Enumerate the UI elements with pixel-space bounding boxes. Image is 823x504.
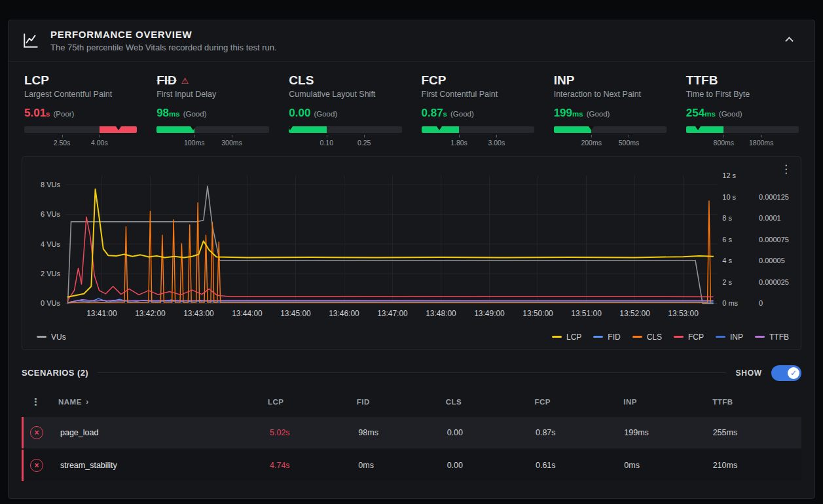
column-header-ttfb[interactable]: TTFB <box>712 398 801 406</box>
vital-head: CLS ⚠ <box>289 73 401 88</box>
legend-swatch <box>674 336 684 338</box>
chart-menu-button[interactable]: ⋮ <box>777 161 796 177</box>
y-axis-label-cls: 0.00005 <box>759 257 785 264</box>
scenario-lcp-value: 5.02s <box>270 428 358 437</box>
gauge-value-marker <box>289 126 293 130</box>
scenario-lcp-value: 4.74s <box>270 461 358 470</box>
threshold-label-2: 0.25 <box>357 139 371 147</box>
y-axis-label-seconds: 10 s <box>722 193 736 201</box>
gauge-zone-needs-improvement <box>194 126 232 133</box>
y-axis-label-seconds: 0 ms <box>722 299 738 307</box>
column-header-cls[interactable]: CLS <box>446 398 535 406</box>
column-header-inp[interactable]: INP <box>623 398 712 406</box>
vital-abbr: CLS <box>289 73 314 88</box>
vital-name: Time to First Byte <box>686 90 799 99</box>
scenario-fcp-value: 0.61s <box>536 461 624 470</box>
threshold-tick-2 <box>761 135 762 137</box>
legend-item-inp[interactable]: INP <box>716 333 743 342</box>
vital-head: FID ⚠ <box>156 73 269 88</box>
scenario-inp-value: 0ms <box>624 461 712 470</box>
gauge-zone-needs-improvement <box>591 126 629 133</box>
legend-item-fid[interactable]: FID <box>593 333 620 342</box>
vital-head: INP ⚠ <box>554 73 667 88</box>
threshold-label-1: 100ms <box>184 139 205 147</box>
scenario-inp-value: 199ms <box>624 428 712 437</box>
scenario-ttfb-value: 255ms <box>713 428 801 437</box>
legend-left: VUs <box>34 331 66 342</box>
vital-abbr: FCP <box>422 73 447 88</box>
header-menu-cell: ⋮ <box>22 396 58 408</box>
scenario-row[interactable]: × stream_stability 4.74s 0ms 0.00 0.61s … <box>22 450 801 481</box>
vital-value-row: 0.00 (Good) <box>289 107 401 120</box>
y-axis-label-vus: 0 VUs <box>41 299 60 307</box>
scenario-fid-value: 0ms <box>358 461 447 470</box>
scenario-row[interactable]: × page_load 5.02s 98ms 0.00 0.87s 199ms … <box>22 417 801 448</box>
vital-card: LCP ⚠ Largest Contentful Paint 5.01 s (P… <box>24 73 137 153</box>
gauge-zone-poor <box>232 126 269 133</box>
kebab-menu-icon[interactable]: ⋮ <box>31 396 41 407</box>
y-axis-label-cls: 0.000075 <box>759 236 789 243</box>
legend-swatch <box>755 336 765 338</box>
x-axis-label: 13:43:00 <box>183 309 214 318</box>
vital-card: FID ⚠ First Input Delay 98 ms (Good) 100… <box>156 73 269 153</box>
gauge-value-marker <box>589 126 594 130</box>
web-vitals-row: LCP ⚠ Largest Contentful Paint 5.01 s (P… <box>9 62 814 154</box>
gauge-bar <box>554 126 667 133</box>
threshold-tick-1 <box>591 135 592 137</box>
column-header-lcp[interactable]: LCP <box>268 398 357 406</box>
y-axis-label-seconds: 2 s <box>722 278 732 286</box>
vital-abbr: INP <box>554 73 575 88</box>
threshold-label-2: 4.00s <box>91 139 108 147</box>
threshold-tick-1 <box>459 135 460 137</box>
vital-unit: ms <box>704 110 716 118</box>
gauge-zone-needs-improvement <box>723 126 761 133</box>
column-header-name[interactable]: NAME› <box>58 397 268 406</box>
y-axis-label-vus: 6 VUs <box>41 210 60 218</box>
legend-label: LCP <box>566 333 581 342</box>
legend-item-lcp[interactable]: LCP <box>552 333 581 342</box>
performance-overview-panel: PERFORMANCE OVERVIEW The 75th percentile… <box>8 20 815 499</box>
vital-name: Interaction to Next Paint <box>554 90 667 99</box>
series-fcp <box>68 217 714 300</box>
column-header-fid[interactable]: FID <box>357 398 446 406</box>
gauge-bar <box>156 126 269 133</box>
column-header-fcp[interactable]: FCP <box>534 398 623 406</box>
threshold-label-1: 2.50s <box>54 139 71 147</box>
gauge-zone-poor <box>496 126 534 133</box>
vital-value-row: 5.01 s (Poor) <box>24 107 137 120</box>
x-axis-label: 13:42:00 <box>135 309 166 318</box>
y-axis-label-seconds: 6 s <box>722 236 732 243</box>
vital-value-row: 199 ms (Good) <box>554 107 667 120</box>
collapse-panel-button[interactable] <box>777 31 801 50</box>
scenario-fcp-value: 0.87s <box>536 428 624 437</box>
chart-trend-icon <box>22 31 40 50</box>
series-cls <box>68 201 711 302</box>
show-toggle[interactable]: ✓ <box>771 365 801 381</box>
status-cell: × <box>24 459 60 472</box>
gauge-value-marker <box>191 126 196 130</box>
panel-subtitle: The 75th percentile Web Vitals recorded … <box>50 43 277 52</box>
gauge-bar <box>422 126 534 133</box>
legend-item-ttfb[interactable]: TTFB <box>755 333 789 342</box>
chart-card: ⋮ 0 VUs2 VUs4 VUs6 VUs8 VUs13:41:0013:42… <box>22 156 801 350</box>
vital-name: First Contentful Paint <box>422 90 534 99</box>
vital-gauge: 1.80s 3.00s <box>422 126 534 153</box>
x-axis-label: 13:44:00 <box>232 309 263 318</box>
vital-name: Cumulative Layout Shift <box>289 90 401 99</box>
vital-rating: (Poor) <box>54 110 75 118</box>
legend-item-cls[interactable]: CLS <box>632 333 662 342</box>
vital-abbr: FID <box>156 73 177 88</box>
vital-abbr: LCP <box>24 73 49 88</box>
toggle-knob-check-icon: ✓ <box>788 367 799 379</box>
series-vus <box>68 186 714 303</box>
vital-gauge: 0.10 0.25 <box>289 126 401 153</box>
legend-item-fcp[interactable]: FCP <box>674 333 704 342</box>
legend-item-vus[interactable]: VUs <box>37 333 66 342</box>
gauge-zone-poor <box>629 126 666 133</box>
y-axis-label-cls: 0.0001 <box>759 214 781 222</box>
vital-card: INP ⚠ Interaction to Next Paint 199 ms (… <box>554 73 667 153</box>
scenario-name: page_load <box>60 428 270 437</box>
chevron-right-icon: › <box>86 397 89 406</box>
scenario-ttfb-value: 210ms <box>713 461 801 470</box>
scenarios-section: SCENARIOS (2) SHOW ✓ ⋮ NAME› LCP FID CLS… <box>9 359 814 489</box>
